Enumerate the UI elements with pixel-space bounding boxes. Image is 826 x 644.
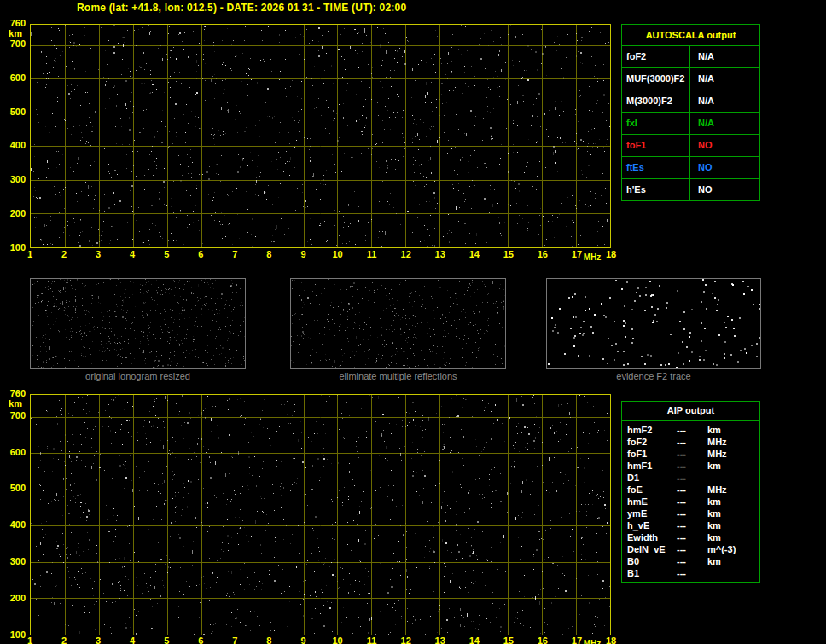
parameter-label: ftEs bbox=[622, 157, 690, 178]
parameter-label: B1 bbox=[622, 567, 677, 579]
page-title: Rome (lat: +41.8, lon: 012.5) - DATE: 20… bbox=[77, 2, 406, 14]
y-tick-label: 760 bbox=[0, 19, 26, 28]
parameter-label: foF2 bbox=[622, 46, 690, 67]
parameter-value: --- bbox=[677, 460, 707, 472]
x-tick-label: 16 bbox=[538, 250, 548, 259]
x-tick-label: 6 bbox=[198, 636, 203, 644]
parameter-unit: MHz bbox=[707, 484, 759, 496]
x-tick-label: 16 bbox=[538, 636, 548, 644]
table-row: DelN_vE---m^(-3) bbox=[622, 543, 759, 555]
parameter-label: hmF2 bbox=[622, 424, 677, 436]
panel-caption-f2-trace: evidence F2 trace bbox=[546, 371, 761, 381]
x-tick-label: 14 bbox=[469, 636, 480, 644]
y-tick-label: 400 bbox=[0, 141, 26, 150]
x-tick-label: 15 bbox=[503, 636, 514, 644]
x-tick-label: 5 bbox=[164, 250, 169, 259]
x-tick-label: 7 bbox=[232, 250, 237, 259]
table-row: hmF2---km bbox=[622, 424, 759, 436]
x-tick-label: 10 bbox=[332, 250, 342, 259]
parameter-label: hmF1 bbox=[622, 460, 677, 472]
x-tick-label: 3 bbox=[96, 250, 101, 259]
table-row: Ewidth---km bbox=[622, 531, 759, 543]
parameter-label: DelN_vE bbox=[622, 543, 677, 555]
parameter-value: --- bbox=[677, 472, 707, 484]
parameter-label: M(3000)F2 bbox=[622, 90, 690, 112]
x-tick-label: 18 bbox=[606, 250, 616, 259]
x-tick-label: 1 bbox=[27, 636, 32, 644]
parameter-value: --- bbox=[677, 448, 707, 460]
bottom-ionogram-y-axis: 760700600500400300200100km bbox=[0, 394, 28, 635]
x-tick-label: 17 bbox=[572, 250, 582, 259]
y-tick-label: 500 bbox=[0, 484, 26, 493]
y-tick-label: 760 bbox=[0, 389, 26, 398]
y-tick-label: 600 bbox=[0, 448, 26, 457]
parameter-value: --- bbox=[677, 424, 707, 436]
top-ionogram-y-axis: 760700600500400300200100km bbox=[0, 24, 28, 248]
table-row: D1--- bbox=[622, 472, 759, 484]
x-tick-label: 11 bbox=[367, 636, 377, 644]
parameter-unit: km bbox=[707, 508, 759, 519]
table-row: foE---MHz bbox=[622, 484, 759, 496]
table-row: foF2N/A bbox=[622, 46, 759, 68]
parameter-label: ymE bbox=[622, 508, 677, 519]
y-tick-label: 300 bbox=[0, 557, 26, 566]
x-tick-label: 5 bbox=[164, 636, 169, 644]
y-axis-unit-label: km bbox=[0, 29, 22, 38]
x-tick-label: 14 bbox=[469, 250, 480, 259]
parameter-unit: km bbox=[707, 424, 759, 436]
parameter-value: --- bbox=[677, 531, 707, 543]
y-tick-label: 300 bbox=[0, 175, 26, 184]
top-ionogram-canvas bbox=[31, 25, 610, 247]
parameter-label: h'Es bbox=[622, 179, 690, 200]
panel-eliminate-reflections-canvas bbox=[291, 279, 505, 368]
parameter-label: MUF(3000)F2 bbox=[622, 68, 690, 90]
x-tick-label: 2 bbox=[61, 250, 67, 259]
parameter-unit bbox=[707, 567, 759, 579]
table-row: h'EsNO bbox=[622, 179, 759, 200]
bottom-ionogram-plot bbox=[30, 394, 611, 635]
x-tick-label: 12 bbox=[401, 250, 411, 259]
x-tick-label: 13 bbox=[435, 250, 445, 259]
aip-table-rows: hmF2---kmfoF2---MHzfoF1---MHzhmF1---kmD1… bbox=[622, 421, 759, 582]
x-tick-label: 4 bbox=[130, 636, 135, 644]
x-tick-label: 7 bbox=[232, 636, 237, 644]
y-tick-label: 100 bbox=[0, 243, 26, 252]
table-row: ftEsNO bbox=[622, 157, 759, 179]
x-axis-unit-label: MHz bbox=[584, 253, 602, 262]
panel-original-ionogram bbox=[30, 278, 246, 369]
y-tick-label: 200 bbox=[0, 594, 26, 603]
top-ionogram-plot bbox=[30, 24, 611, 248]
aip-table-title: AIP output bbox=[622, 402, 759, 421]
aip-output-table: AIP output hmF2---kmfoF2---MHzfoF1---MHz… bbox=[621, 401, 760, 583]
table-row: M(3000)F2N/A bbox=[622, 90, 759, 113]
parameter-unit: km bbox=[707, 555, 759, 567]
autoscala-table-title: AUTOSCALA output bbox=[622, 25, 759, 46]
parameter-value: --- bbox=[677, 567, 707, 579]
parameter-unit: km bbox=[707, 460, 759, 472]
parameter-unit bbox=[707, 472, 759, 484]
table-row: B1--- bbox=[622, 567, 759, 579]
parameter-unit: MHz bbox=[707, 448, 759, 460]
panel-evidence-f2-trace bbox=[546, 278, 761, 369]
parameter-unit: m^(-3) bbox=[707, 543, 759, 555]
autoscala-output-table: AUTOSCALA output foF2N/AMUF(3000)F2N/AM(… bbox=[621, 24, 760, 201]
top-ionogram-x-axis: 123456789101112131415161718MHz bbox=[30, 250, 611, 262]
parameter-label: foF1 bbox=[622, 448, 677, 460]
parameter-label: D1 bbox=[622, 472, 677, 484]
parameter-value: NO bbox=[690, 157, 759, 178]
x-tick-label: 13 bbox=[435, 636, 445, 644]
table-row: B0---km bbox=[622, 555, 759, 567]
parameter-value: N/A bbox=[690, 68, 759, 90]
bottom-ionogram-canvas bbox=[31, 395, 610, 635]
parameter-value: --- bbox=[677, 436, 707, 448]
panel-original-ionogram-canvas bbox=[31, 279, 245, 368]
y-tick-label: 700 bbox=[0, 411, 26, 421]
parameter-value: --- bbox=[677, 508, 707, 519]
parameter-unit: km bbox=[707, 531, 759, 543]
parameter-value: --- bbox=[677, 519, 707, 531]
y-axis-unit-label: km bbox=[0, 399, 22, 409]
table-row: foF1NO bbox=[622, 135, 759, 157]
table-row: foF2---MHz bbox=[622, 436, 759, 448]
x-tick-label: 18 bbox=[606, 636, 616, 644]
y-tick-label: 100 bbox=[0, 630, 26, 640]
